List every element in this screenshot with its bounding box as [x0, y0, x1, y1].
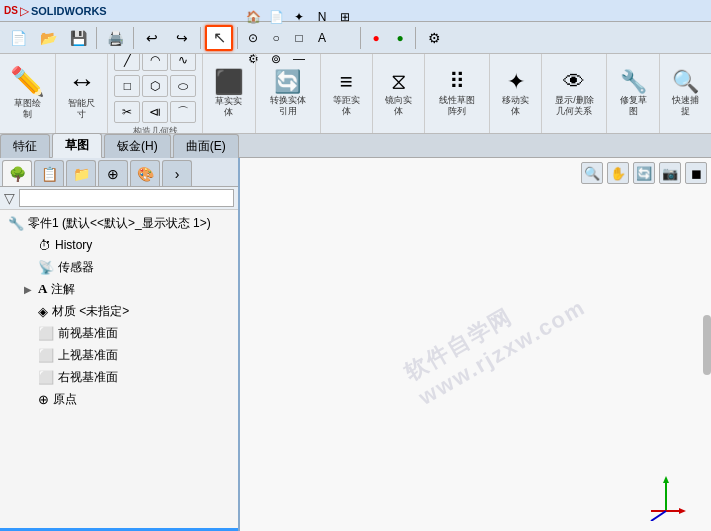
repair-label: 修复草图	[617, 95, 648, 117]
tree-item-top-plane[interactable]: ⬜ 上视基准面	[0, 344, 238, 366]
tab-sketch[interactable]: 草图	[52, 133, 102, 158]
move-button[interactable]: ✦ 移动实体	[494, 59, 537, 129]
repair-button[interactable]: 🔧 修复草图	[611, 59, 654, 129]
panel-tab-properties[interactable]: 📋	[34, 160, 64, 186]
root-label: 零件1 (默认<<默认>_显示状态 1>)	[28, 215, 211, 232]
construct-label: 构造几何线	[114, 125, 196, 134]
panel-tab-config[interactable]: 📁	[66, 160, 96, 186]
main-area: 🌳 📋 📁 ⊕ 🎨 › ▽ 🔧 零件1 (默认<<默认>_显示状态 1>) ⏱ …	[0, 158, 711, 531]
origin-label: 原点	[53, 391, 77, 408]
panel-tab-appearance[interactable]: 🎨	[130, 160, 160, 186]
sketch-draw-label: 草图绘制	[10, 98, 45, 120]
annotation-label: 注解	[51, 281, 75, 298]
rect2-btn[interactable]: □	[114, 75, 140, 97]
repair-group: 🔧 修复草图	[607, 54, 659, 133]
display-button[interactable]: 👁 显示/删除几何关系	[546, 59, 602, 129]
arc-btn[interactable]: ◠	[142, 54, 168, 71]
transform-icon: 🔄	[274, 71, 301, 93]
offset-btn[interactable]: ⧏	[142, 101, 168, 123]
linear-array-button[interactable]: ⠿ 线性草图阵列	[429, 59, 485, 129]
poly-btn[interactable]: ⬡	[142, 75, 168, 97]
svg-line-4	[651, 511, 666, 521]
tab-sheetmetal[interactable]: 钣金(H)	[104, 134, 171, 158]
trim-btn[interactable]: ✂	[114, 101, 140, 123]
tree-item-sensor[interactable]: 📡 传感器	[0, 256, 238, 278]
left-panel: 🌳 📋 📁 ⊕ 🎨 › ▽ 🔧 零件1 (默认<<默认>_显示状态 1>) ⏱ …	[0, 158, 240, 531]
viewport-camera-btn[interactable]: 📷	[659, 162, 681, 184]
panel-tab-expand[interactable]: ›	[162, 160, 192, 186]
sketch-draw-button[interactable]: ✏️ 草图绘制	[4, 59, 51, 129]
filter-icon: ▽	[4, 190, 15, 206]
tree-root[interactable]: 🔧 零件1 (默认<<默认>_显示状态 1>)	[0, 212, 238, 234]
line-btn[interactable]: ╱	[114, 54, 140, 71]
tree-item-right-plane[interactable]: ⬜ 右视基准面	[0, 366, 238, 388]
separator-4	[237, 27, 238, 49]
ds-logo: DS	[4, 5, 18, 16]
sketch-btn[interactable]: N	[311, 7, 333, 27]
toolbar-small-row2: ⊙ ○ □ A	[242, 28, 356, 48]
redo-button[interactable]: ↪	[168, 25, 196, 51]
circle-btn[interactable]: ○	[265, 28, 287, 48]
root-icon: 🔧	[8, 216, 24, 231]
tab-feature[interactable]: 特征	[0, 134, 50, 158]
separator-3	[200, 27, 201, 49]
quick-button[interactable]: 🔍 快速捕捉	[664, 59, 707, 129]
panel-tab-display[interactable]: ⊕	[98, 160, 128, 186]
smart-dim-group: ↔ 智能尺寸	[56, 54, 108, 133]
solid-group: ⬛ 草实实体	[203, 54, 255, 133]
new-button[interactable]: 📄	[4, 25, 32, 51]
tab-surface[interactable]: 曲面(E)	[173, 134, 239, 158]
fillet-btn[interactable]: ⌒	[170, 101, 196, 123]
filter-input[interactable]	[19, 189, 234, 207]
mirror-label: 镜向实体	[383, 95, 414, 117]
print-button[interactable]: 🖨️	[101, 25, 129, 51]
rect-btn[interactable]: □	[288, 28, 310, 48]
tree-item-history[interactable]: ⏱ History	[0, 234, 238, 256]
viewport-rotate-btn[interactable]: 🔄	[633, 162, 655, 184]
point-btn[interactable]: ⊙	[242, 28, 264, 48]
arrow-btn[interactable]: ✦	[288, 7, 310, 27]
smart-dim-label: 智能尺寸	[66, 98, 97, 120]
ellipse-btn[interactable]: ⬭	[170, 75, 196, 97]
equal-icon: ≡	[340, 71, 353, 93]
transform-button[interactable]: 🔄 转换实体引用	[260, 59, 316, 129]
spline-btn[interactable]: ∿	[170, 54, 196, 71]
panel-tab-feature-tree[interactable]: 🌳	[2, 160, 32, 186]
history-icon: ⏱	[38, 238, 51, 253]
grid-btn[interactable]: ⊞	[334, 7, 356, 27]
display-icon: 👁	[563, 71, 585, 93]
move-icon: ✦	[507, 71, 525, 93]
new2-btn[interactable]: 📄	[265, 7, 287, 27]
open-button[interactable]: 📂	[34, 25, 62, 51]
home-btn[interactable]: 🏠	[242, 7, 264, 27]
solid-body-button[interactable]: ⬛ 草实实体	[207, 59, 250, 129]
equal-label: 等距实体	[331, 95, 362, 117]
viewport-pan-btn[interactable]: ✋	[607, 162, 629, 184]
undo-button[interactable]: ↩	[138, 25, 166, 51]
separator-2	[133, 27, 134, 49]
viewport[interactable]: 🔍 ✋ 🔄 📷 ◼ 软件自学网www.rjzxw.com	[240, 158, 711, 531]
annotation-arrow: ▶	[24, 284, 36, 295]
mirror-button[interactable]: ⧖ 镜向实体	[377, 59, 420, 129]
tree-item-material[interactable]: ◈ 材质 <未指定>	[0, 300, 238, 322]
viewport-scrollbar[interactable]	[703, 315, 711, 375]
traffic-light-red[interactable]: ●	[365, 28, 387, 48]
right-plane-icon: ⬜	[38, 370, 54, 385]
sketch-draw-icon: ✏️	[10, 68, 45, 96]
solidworks-logo-icon: ▷	[20, 4, 29, 18]
select-button[interactable]: ↖	[205, 25, 233, 51]
tree-item-front-plane[interactable]: ⬜ 前视基准面	[0, 322, 238, 344]
tree-item-annotation[interactable]: ▶ A 注解	[0, 278, 238, 300]
settings-button[interactable]: ⚙	[420, 25, 448, 51]
annotation-icon: A	[38, 281, 47, 297]
equal-button[interactable]: ≡ 等距实体	[325, 59, 368, 129]
viewport-zoom-btn[interactable]: 🔍	[581, 162, 603, 184]
save-button[interactable]: 💾	[64, 25, 92, 51]
tree-item-origin[interactable]: ⊕ 原点	[0, 388, 238, 410]
feature-tree: 🔧 零件1 (默认<<默认>_显示状态 1>) ⏱ History 📡 传感器 …	[0, 210, 238, 528]
svg-marker-3	[679, 508, 686, 514]
viewport-display-btn[interactable]: ◼	[685, 162, 707, 184]
traffic-light-green[interactable]: ●	[389, 28, 411, 48]
text-btn[interactable]: A	[311, 28, 333, 48]
smart-dim-button[interactable]: ↔ 智能尺寸	[60, 59, 103, 129]
